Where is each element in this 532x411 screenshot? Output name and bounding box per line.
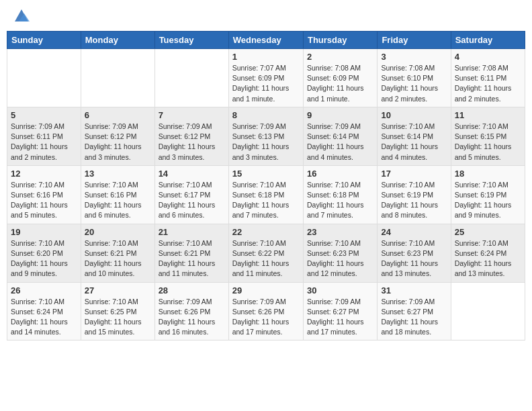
day-number: 30 bbox=[307, 285, 373, 295]
calendar-cell: 5Sunrise: 7:09 AM Sunset: 6:11 PM Daylig… bbox=[7, 107, 81, 165]
day-number: 11 bbox=[455, 110, 521, 120]
day-number: 19 bbox=[11, 227, 77, 237]
calendar-cell bbox=[81, 49, 154, 107]
day-info: Sunrise: 7:10 AM Sunset: 6:22 PM Dayligh… bbox=[232, 238, 300, 279]
day-number: 3 bbox=[381, 52, 447, 62]
logo-icon bbox=[12, 7, 31, 26]
calendar-cell: 19Sunrise: 7:10 AM Sunset: 6:20 PM Dayli… bbox=[7, 224, 81, 282]
day-info: Sunrise: 7:09 AM Sunset: 6:26 PM Dayligh… bbox=[159, 297, 225, 338]
day-number: 15 bbox=[232, 169, 300, 179]
calendar-cell: 31Sunrise: 7:09 AM Sunset: 6:27 PM Dayli… bbox=[378, 282, 451, 340]
weekday-header-row: SundayMondayTuesdayWednesdayThursdayFrid… bbox=[7, 32, 525, 49]
day-info: Sunrise: 7:10 AM Sunset: 6:23 PM Dayligh… bbox=[381, 238, 447, 279]
calendar-cell bbox=[451, 282, 525, 340]
day-info: Sunrise: 7:09 AM Sunset: 6:27 PM Dayligh… bbox=[381, 297, 447, 338]
day-number: 18 bbox=[455, 169, 521, 179]
calendar-cell: 27Sunrise: 7:10 AM Sunset: 6:25 PM Dayli… bbox=[81, 282, 154, 340]
day-number: 28 bbox=[159, 285, 225, 295]
day-info: Sunrise: 7:10 AM Sunset: 6:20 PM Dayligh… bbox=[11, 238, 77, 279]
day-info: Sunrise: 7:10 AM Sunset: 6:18 PM Dayligh… bbox=[307, 180, 373, 221]
calendar-cell: 17Sunrise: 7:10 AM Sunset: 6:19 PM Dayli… bbox=[378, 165, 451, 224]
day-number: 13 bbox=[85, 169, 151, 179]
day-info: Sunrise: 7:10 AM Sunset: 6:16 PM Dayligh… bbox=[85, 180, 151, 221]
calendar-cell: 28Sunrise: 7:09 AM Sunset: 6:26 PM Dayli… bbox=[154, 282, 228, 340]
day-number: 9 bbox=[307, 110, 373, 120]
calendar-table: SundayMondayTuesdayWednesdayThursdayFrid… bbox=[7, 31, 525, 340]
day-info: Sunrise: 7:10 AM Sunset: 6:19 PM Dayligh… bbox=[455, 180, 521, 221]
calendar-cell: 12Sunrise: 7:10 AM Sunset: 6:16 PM Dayli… bbox=[7, 165, 81, 224]
weekday-header-wednesday: Wednesday bbox=[228, 32, 303, 49]
day-number: 20 bbox=[85, 227, 151, 237]
page-header bbox=[7, 7, 525, 26]
day-number: 24 bbox=[381, 227, 447, 237]
weekday-header-saturday: Saturday bbox=[451, 32, 525, 49]
day-info: Sunrise: 7:10 AM Sunset: 6:18 PM Dayligh… bbox=[232, 180, 300, 221]
day-info: Sunrise: 7:09 AM Sunset: 6:26 PM Dayligh… bbox=[232, 297, 300, 338]
weekday-header-monday: Monday bbox=[81, 32, 154, 49]
day-number: 17 bbox=[381, 169, 447, 179]
calendar-cell: 20Sunrise: 7:10 AM Sunset: 6:21 PM Dayli… bbox=[81, 224, 154, 282]
day-info: Sunrise: 7:10 AM Sunset: 6:15 PM Dayligh… bbox=[455, 122, 521, 163]
calendar-cell: 15Sunrise: 7:10 AM Sunset: 6:18 PM Dayli… bbox=[228, 165, 303, 224]
day-number: 1 bbox=[232, 52, 300, 62]
day-info: Sunrise: 7:10 AM Sunset: 6:17 PM Dayligh… bbox=[159, 180, 225, 221]
calendar-cell: 24Sunrise: 7:10 AM Sunset: 6:23 PM Dayli… bbox=[378, 224, 451, 282]
calendar-cell: 23Sunrise: 7:10 AM Sunset: 6:23 PM Dayli… bbox=[303, 224, 377, 282]
day-info: Sunrise: 7:10 AM Sunset: 6:16 PM Dayligh… bbox=[11, 180, 77, 221]
calendar-cell: 30Sunrise: 7:09 AM Sunset: 6:27 PM Dayli… bbox=[303, 282, 377, 340]
day-number: 23 bbox=[307, 227, 373, 237]
day-info: Sunrise: 7:09 AM Sunset: 6:12 PM Dayligh… bbox=[85, 122, 151, 163]
week-row-4: 19Sunrise: 7:10 AM Sunset: 6:20 PM Dayli… bbox=[7, 224, 525, 282]
calendar-cell: 9Sunrise: 7:09 AM Sunset: 6:14 PM Daylig… bbox=[303, 107, 377, 165]
calendar-cell: 14Sunrise: 7:10 AM Sunset: 6:17 PM Dayli… bbox=[154, 165, 228, 224]
day-info: Sunrise: 7:10 AM Sunset: 6:23 PM Dayligh… bbox=[307, 238, 373, 279]
calendar-cell bbox=[7, 49, 81, 107]
weekday-header-sunday: Sunday bbox=[7, 32, 81, 49]
day-info: Sunrise: 7:10 AM Sunset: 6:14 PM Dayligh… bbox=[381, 122, 447, 163]
day-info: Sunrise: 7:10 AM Sunset: 6:21 PM Dayligh… bbox=[159, 238, 225, 279]
day-number: 25 bbox=[455, 227, 521, 237]
day-number: 22 bbox=[232, 227, 300, 237]
day-info: Sunrise: 7:09 AM Sunset: 6:27 PM Dayligh… bbox=[307, 297, 373, 338]
day-number: 5 bbox=[11, 110, 77, 120]
logo bbox=[9, 7, 31, 26]
calendar-cell: 11Sunrise: 7:10 AM Sunset: 6:15 PM Dayli… bbox=[451, 107, 525, 165]
day-info: Sunrise: 7:10 AM Sunset: 6:21 PM Dayligh… bbox=[85, 238, 151, 279]
week-row-1: 1Sunrise: 7:07 AM Sunset: 6:09 PM Daylig… bbox=[7, 49, 525, 107]
calendar-cell: 13Sunrise: 7:10 AM Sunset: 6:16 PM Dayli… bbox=[81, 165, 154, 224]
calendar-cell: 4Sunrise: 7:08 AM Sunset: 6:11 PM Daylig… bbox=[451, 49, 525, 107]
day-info: Sunrise: 7:08 AM Sunset: 6:09 PM Dayligh… bbox=[307, 63, 373, 104]
day-info: Sunrise: 7:10 AM Sunset: 6:19 PM Dayligh… bbox=[381, 180, 447, 221]
day-info: Sunrise: 7:08 AM Sunset: 6:11 PM Dayligh… bbox=[455, 63, 521, 104]
day-info: Sunrise: 7:09 AM Sunset: 6:13 PM Dayligh… bbox=[232, 122, 300, 163]
calendar-cell: 8Sunrise: 7:09 AM Sunset: 6:13 PM Daylig… bbox=[228, 107, 303, 165]
calendar-cell: 29Sunrise: 7:09 AM Sunset: 6:26 PM Dayli… bbox=[228, 282, 303, 340]
weekday-header-tuesday: Tuesday bbox=[154, 32, 228, 49]
day-number: 2 bbox=[307, 52, 373, 62]
calendar-cell: 10Sunrise: 7:10 AM Sunset: 6:14 PM Dayli… bbox=[378, 107, 451, 165]
day-info: Sunrise: 7:10 AM Sunset: 6:24 PM Dayligh… bbox=[11, 297, 77, 338]
day-number: 4 bbox=[455, 52, 521, 62]
calendar-cell: 26Sunrise: 7:10 AM Sunset: 6:24 PM Dayli… bbox=[7, 282, 81, 340]
day-info: Sunrise: 7:10 AM Sunset: 6:24 PM Dayligh… bbox=[455, 238, 521, 279]
calendar-cell: 21Sunrise: 7:10 AM Sunset: 6:21 PM Dayli… bbox=[154, 224, 228, 282]
day-info: Sunrise: 7:09 AM Sunset: 6:11 PM Dayligh… bbox=[11, 122, 77, 163]
day-number: 26 bbox=[11, 285, 77, 295]
day-number: 6 bbox=[85, 110, 151, 120]
week-row-3: 12Sunrise: 7:10 AM Sunset: 6:16 PM Dayli… bbox=[7, 165, 525, 224]
day-number: 29 bbox=[232, 285, 300, 295]
day-number: 7 bbox=[159, 110, 225, 120]
calendar-cell bbox=[154, 49, 228, 107]
day-number: 27 bbox=[85, 285, 151, 295]
weekday-header-thursday: Thursday bbox=[303, 32, 377, 49]
calendar-cell: 18Sunrise: 7:10 AM Sunset: 6:19 PM Dayli… bbox=[451, 165, 525, 224]
calendar-cell: 6Sunrise: 7:09 AM Sunset: 6:12 PM Daylig… bbox=[81, 107, 154, 165]
day-number: 31 bbox=[381, 285, 447, 295]
day-number: 14 bbox=[159, 169, 225, 179]
day-number: 16 bbox=[307, 169, 373, 179]
calendar-cell: 1Sunrise: 7:07 AM Sunset: 6:09 PM Daylig… bbox=[228, 49, 303, 107]
calendar-cell: 7Sunrise: 7:09 AM Sunset: 6:12 PM Daylig… bbox=[154, 107, 228, 165]
day-number: 10 bbox=[381, 110, 447, 120]
day-number: 12 bbox=[11, 169, 77, 179]
calendar-cell: 16Sunrise: 7:10 AM Sunset: 6:18 PM Dayli… bbox=[303, 165, 377, 224]
